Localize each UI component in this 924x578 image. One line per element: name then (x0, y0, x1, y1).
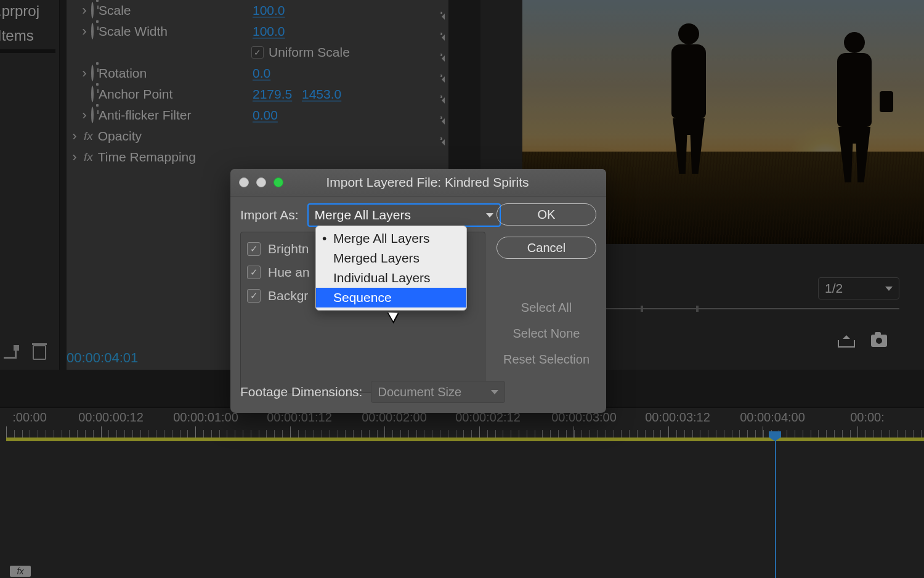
dialog-title: Import Layered File: Kindred Spirits (283, 175, 606, 190)
timeline-playhead-line (775, 439, 776, 578)
footage-dimensions-label: Footage Dimensions: (240, 385, 362, 399)
timeline-ticks-major (6, 426, 924, 439)
new-item-icon[interactable] (4, 347, 17, 359)
twirl-icon[interactable] (80, 65, 89, 81)
mouse-cursor-icon (389, 308, 400, 323)
timecode-label: 00:00:03:12 (645, 410, 710, 425)
import-as-selected: Merge All Layers (315, 208, 411, 222)
footage-dimensions-dropdown[interactable]: Document Size (371, 381, 505, 403)
project-tab-underline (0, 49, 55, 53)
layer-checkbox[interactable] (247, 266, 261, 279)
clip-fx-badge[interactable]: fx (10, 566, 31, 577)
chevron-down-icon (491, 390, 498, 394)
effect-group-label: Opacity (98, 129, 142, 144)
property-value[interactable]: 100.0 (253, 3, 285, 18)
fx-icon[interactable]: fx (84, 129, 93, 143)
project-file-ext: .prproj (0, 2, 39, 20)
cancel-button[interactable]: Cancel (496, 237, 596, 259)
timeline-panel: :00:0000:00:00:1200:00:01:0000:00:01:120… (0, 407, 924, 578)
property-label: Uniform Scale (269, 45, 350, 60)
twirl-icon[interactable] (80, 2, 89, 18)
zoom-level-dropdown[interactable]: 1/2 (818, 277, 899, 299)
import-as-option-merged-layers[interactable]: Merged Layers (316, 248, 466, 268)
twirl-icon[interactable] (80, 23, 89, 39)
effect-group-opacity[interactable]: fx Opacity (67, 126, 448, 147)
timecode-label: 00:00: (850, 410, 885, 425)
twirl-icon[interactable] (70, 149, 79, 165)
traffic-minimize-icon[interactable] (256, 177, 266, 187)
stopwatch-icon[interactable] (91, 66, 94, 81)
effect-group-label: Time Remapping (98, 150, 196, 165)
property-scale-width: Scale Width 100.0 (67, 21, 448, 42)
timecode-label: 00:00:04:00 (740, 410, 805, 425)
import-as-dropdown[interactable]: Merge All Layers (307, 203, 501, 227)
dialog-titlebar[interactable]: Import Layered File: Kindred Spirits (230, 169, 606, 197)
property-anchor-point: Anchor Point 2179.5 1453.0 (67, 84, 448, 105)
stopwatch-icon[interactable] (91, 108, 94, 123)
import-as-option-sequence[interactable]: Sequence (316, 288, 466, 307)
timecode-label: 00:00:00:12 (78, 410, 144, 425)
property-label: Rotation (99, 66, 147, 81)
layer-name: Hue an (268, 265, 310, 280)
property-value[interactable]: 2179.5 (253, 87, 292, 102)
timeline-work-area[interactable] (6, 438, 924, 441)
layer-checkbox[interactable] (247, 289, 261, 303)
import-as-option-individual-layers[interactable]: Individual Layers (316, 268, 466, 288)
effect-group-time-remapping[interactable]: fx Time Remapping (67, 147, 448, 168)
export-frame-icon[interactable] (838, 334, 853, 348)
property-value-y[interactable]: 1453.0 (302, 87, 341, 102)
select-none-button[interactable]: Select None (497, 323, 596, 344)
effect-controls-timecode[interactable]: 00:00:04:01 (67, 350, 138, 366)
reset-selection-button[interactable]: Reset Selection (497, 349, 596, 370)
twirl-icon[interactable] (70, 128, 79, 144)
property-label: Anti-flicker Filter (99, 108, 192, 123)
twirl-icon[interactable] (80, 107, 89, 123)
ok-button[interactable]: OK (496, 203, 596, 226)
property-label: Anchor Point (99, 87, 172, 102)
import-as-option-merge-all-layers[interactable]: Merge All Layers (316, 229, 466, 248)
project-items-label: Items (0, 27, 34, 44)
stopwatch-icon[interactable] (91, 24, 94, 39)
snapshot-icon[interactable] (871, 335, 887, 347)
import-layered-file-dialog: Import Layered File: Kindred Spirits Imp… (230, 169, 606, 413)
project-panel: .prproj Items (0, 0, 60, 370)
layer-name: Brightn (268, 242, 309, 256)
zoom-level-value: 1/2 (825, 281, 843, 296)
select-all-button[interactable]: Select All (497, 297, 596, 318)
timecode-label: :00:00 (12, 410, 47, 425)
property-value[interactable]: 0.0 (253, 66, 270, 81)
fx-icon[interactable]: fx (84, 150, 93, 164)
traffic-maximize-icon[interactable] (274, 177, 283, 187)
timecode-label: 00:00:01:00 (173, 410, 238, 425)
trash-icon[interactable] (33, 345, 46, 360)
layer-name: Backgr (268, 288, 308, 303)
property-value[interactable]: 0.00 (253, 108, 278, 123)
property-uniform-scale: Uniform Scale (67, 42, 448, 63)
uniform-scale-checkbox[interactable] (251, 46, 264, 59)
property-anti-flicker-filter: Anti-flicker Filter 0.00 (67, 105, 448, 126)
chevron-down-icon (486, 213, 493, 218)
import-as-menu: Merge All LayersMerged LayersIndividual … (315, 226, 467, 311)
property-value[interactable]: 100.0 (253, 24, 285, 39)
footage-dimensions-value: Document Size (378, 385, 461, 399)
traffic-close-icon[interactable] (239, 177, 249, 187)
stopwatch-icon[interactable] (91, 3, 94, 18)
property-scale: Scale 100.0 (67, 0, 448, 21)
layer-checkbox[interactable] (247, 242, 261, 256)
chevron-down-icon (885, 287, 893, 291)
property-label: Scale Width (99, 24, 168, 39)
property-label: Scale (99, 3, 131, 18)
stopwatch-icon[interactable] (91, 87, 94, 102)
property-rotation: Rotation 0.0 (67, 63, 448, 84)
import-as-label: Import As: (240, 208, 299, 222)
